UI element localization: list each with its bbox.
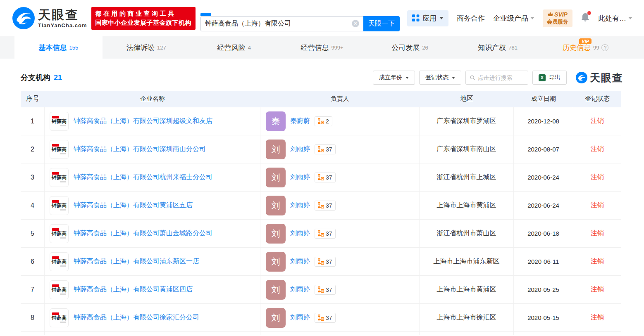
- help-icon[interactable]: ?: [601, 44, 608, 51]
- section-tab[interactable]: 法律诉讼 127: [103, 36, 191, 59]
- filter-year-label: 成立年份: [379, 74, 402, 81]
- row-index-cell: 6: [21, 248, 45, 275]
- search-type-tab[interactable]: [233, 13, 243, 16]
- related-companies-badge[interactable]: 37: [315, 173, 336, 182]
- table-row: 8 钟薛高 钟薛高食品（上海）有限公司徐家汇分公司 刘 刘雨婷: [21, 304, 621, 332]
- related-companies-badge[interactable]: 37: [315, 229, 336, 239]
- org-chart-icon: [318, 146, 324, 152]
- region-cell: 广东省深圳市南山区: [420, 135, 514, 163]
- company-cell: 钟薛高 钟薛高食品（上海）有限公司深圳南山分公司: [45, 135, 260, 163]
- section-tab[interactable]: 历史信息 99 VIP ?: [541, 36, 630, 59]
- company-logo[interactable]: 钟薛高: [50, 252, 69, 271]
- person-link[interactable]: 刘雨婷: [290, 145, 310, 154]
- table-search-input[interactable]: [478, 74, 524, 81]
- table-row: 5 钟薛高 钟薛高食品（上海）有限公司萧山金城路分公司 刘 刘雨婷: [21, 220, 621, 248]
- table-search-box[interactable]: [465, 71, 528, 85]
- logo-subtext: [60, 322, 66, 323]
- related-companies-badge[interactable]: 37: [315, 144, 336, 154]
- filter-status-dropdown[interactable]: 登记状态: [419, 71, 461, 85]
- filter-year-dropdown[interactable]: 成立年份: [373, 71, 415, 85]
- company-logo[interactable]: 钟薛高: [50, 280, 69, 299]
- person-link[interactable]: 刘雨婷: [290, 173, 310, 182]
- person-link[interactable]: 刘雨婷: [290, 229, 310, 238]
- row-index-cell: 2: [21, 135, 45, 163]
- company-cell: 钟薛高 钟薛高食品（上海）有限公司浦东新区一店: [45, 248, 260, 275]
- company-link[interactable]: 钟薛高食品（上海）有限公司徐家汇分公司: [74, 313, 199, 322]
- person-avatar[interactable]: 刘: [266, 308, 286, 328]
- section-tab[interactable]: 基本信息 155: [14, 36, 103, 59]
- person-link[interactable]: 刘雨婷: [290, 313, 310, 322]
- clear-search-icon[interactable]: ✕: [352, 20, 359, 27]
- site-logo[interactable]: 天眼查 TianYanCha.com: [12, 7, 87, 29]
- related-companies-badge[interactable]: 37: [315, 257, 336, 267]
- company-link[interactable]: 钟薛高食品（上海）有限公司杭州来福士分公司: [74, 173, 212, 182]
- company-link[interactable]: 钟薛高食品（上海）有限公司黄浦区四店: [74, 285, 193, 294]
- row-index-cell: 5: [21, 220, 45, 247]
- chevron-down-icon: [405, 77, 409, 79]
- company-logo[interactable]: 钟薛高: [50, 140, 69, 159]
- person-avatar[interactable]: 刘: [266, 280, 286, 300]
- nav-business-cooperation[interactable]: 商务合作: [457, 14, 485, 23]
- company-logo[interactable]: 钟薛高: [50, 168, 69, 187]
- notifications-bell[interactable]: [581, 12, 590, 24]
- logo-subtext: [60, 265, 66, 267]
- company-logo[interactable]: 钟薛高: [50, 112, 69, 131]
- search-type-tab[interactable]: [222, 13, 233, 16]
- person-link[interactable]: 秦蔚蔚: [290, 117, 310, 125]
- nav-enterprise-products[interactable]: 企业级产品: [493, 14, 534, 23]
- related-companies-badge[interactable]: 37: [315, 201, 336, 211]
- date-cell: 2020-08-07: [514, 135, 573, 163]
- export-label: 导出: [549, 74, 561, 81]
- export-button[interactable]: X 导出: [532, 71, 567, 85]
- company-link[interactable]: 钟薛高食品（上海）有限公司深圳南山分公司: [74, 145, 206, 154]
- status-cell: 注销: [573, 248, 621, 275]
- person-avatar[interactable]: 刘: [266, 168, 286, 187]
- region-cell: 广东省深圳市罗湖区: [420, 107, 514, 135]
- company-link[interactable]: 钟薛高食品（上海）有限公司深圳超级文和友店: [74, 117, 212, 125]
- section-tab[interactable]: 公司发展 26: [366, 36, 454, 59]
- company-link[interactable]: 钟薛高食品（上海）有限公司黄浦区五店: [74, 201, 193, 210]
- company-logo[interactable]: 钟薛高: [50, 308, 69, 327]
- related-companies-badge[interactable]: 37: [315, 313, 336, 323]
- section-tab[interactable]: 经营信息 999+: [278, 36, 366, 59]
- apps-menu-button[interactable]: 应用: [407, 10, 448, 26]
- company-logo[interactable]: 钟薛高: [50, 196, 69, 215]
- tab-label: 经营信息: [301, 43, 329, 52]
- person-avatar[interactable]: 秦: [266, 111, 286, 131]
- slogan-banner: 都在用的商业查询工具 国家中小企业发展子基金旗下机构: [91, 7, 196, 30]
- logo-text: 钟薛高: [52, 315, 67, 321]
- table-row: 6 钟薛高 钟薛高食品（上海）有限公司浦东新区一店 刘 刘雨婷: [21, 248, 621, 276]
- person-link[interactable]: 刘雨婷: [290, 285, 310, 294]
- search-button[interactable]: 天眼一下: [363, 16, 400, 31]
- search-input[interactable]: [205, 20, 352, 27]
- person-cell: 刘 刘雨婷 37: [260, 276, 420, 303]
- nav-enterprise-label: 企业级产品: [493, 14, 528, 23]
- status-badge: 注销: [591, 229, 604, 238]
- org-chart-icon: [318, 202, 324, 208]
- row-index: 1: [31, 118, 34, 125]
- section-tab[interactable]: 经营风险 4: [190, 36, 278, 59]
- person-cell: 刘 刘雨婷 37: [260, 248, 420, 275]
- user-menu[interactable]: 此处有…: [598, 14, 632, 23]
- related-companies-badge[interactable]: 37: [315, 285, 336, 295]
- company-link[interactable]: 钟薛高食品（上海）有限公司浦东新区一店: [74, 257, 199, 266]
- company-link[interactable]: 钟薛高食品（上海）有限公司萧山金城路分公司: [74, 229, 212, 238]
- person-avatar[interactable]: 刘: [266, 140, 286, 159]
- person-link[interactable]: 刘雨婷: [290, 257, 310, 266]
- search-type-tab[interactable]: [200, 13, 211, 16]
- avatar-initial: 刘: [272, 172, 280, 183]
- search-type-tab[interactable]: [211, 13, 222, 16]
- company-cell: 钟薛高 钟薛高食品（上海）有限公司黄浦区四店: [45, 276, 260, 303]
- person-link[interactable]: 刘雨婷: [290, 201, 310, 210]
- logo-subtext: [60, 237, 66, 239]
- svip-member-button[interactable]: SVIP 会员服务: [543, 9, 572, 27]
- person-avatar[interactable]: 刘: [266, 224, 286, 244]
- tab-count: 4: [248, 45, 251, 51]
- company-logo[interactable]: 钟薛高: [50, 224, 69, 243]
- region-cell: 上海市上海市黄浦区: [420, 276, 514, 303]
- person-avatar[interactable]: 刘: [266, 252, 286, 272]
- person-avatar[interactable]: 刘: [266, 196, 286, 215]
- section-tab[interactable]: 知识产权 781: [454, 36, 542, 59]
- related-companies-badge[interactable]: 2: [315, 116, 332, 126]
- tab-count: 155: [69, 45, 78, 51]
